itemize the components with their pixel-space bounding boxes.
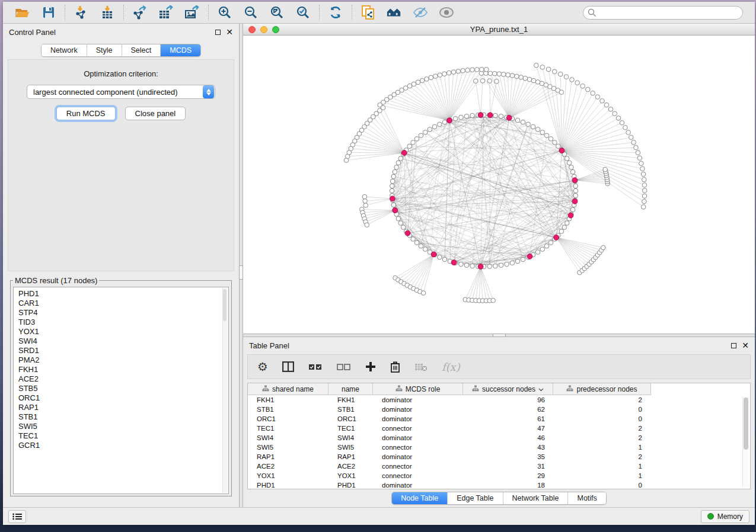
cell-shared-name[interactable]: SWI4 <box>248 433 328 443</box>
table-row[interactable]: ACE2ACE2connector311 <box>248 462 750 471</box>
mcds-result-item[interactable]: ORC1 <box>18 393 228 403</box>
mcds-result-item[interactable]: ACE2 <box>18 374 228 384</box>
cell-predecessor-nodes[interactable]: 2 <box>553 395 650 405</box>
table-settings-gear-icon[interactable]: ⚙ <box>257 361 268 373</box>
cell-name[interactable]: RAP1 <box>328 452 373 462</box>
table-row[interactable]: YOX1YOX1connector291 <box>248 471 750 480</box>
table-row[interactable]: ORC1ORC1dominator610 <box>248 414 750 424</box>
cell-predecessor-nodes[interactable]: 0 <box>553 480 650 489</box>
cell-successor-nodes[interactable]: 35 <box>463 452 553 462</box>
delete-table-icon[interactable] <box>414 363 428 371</box>
mcds-result-item[interactable]: STP4 <box>18 308 228 318</box>
show-columns-icon[interactable] <box>282 361 294 372</box>
show-all-icon[interactable] <box>439 5 454 20</box>
cell-shared-name[interactable]: TEC1 <box>248 424 328 433</box>
tab-edge-table[interactable]: Edge Table <box>447 492 502 504</box>
cell-shared-name[interactable]: FKH1 <box>248 395 328 405</box>
cell-predecessor-nodes[interactable]: 1 <box>553 443 650 452</box>
table-row[interactable]: RAP1RAP1dominator352 <box>248 452 750 462</box>
import-network-icon[interactable] <box>74 5 89 20</box>
table-row[interactable]: PHD1PHD1dominator180 <box>248 480 750 489</box>
import-table-icon[interactable] <box>100 5 115 20</box>
cell-shared-name[interactable]: YOX1 <box>248 471 328 480</box>
optimization-criterion-select[interactable]: largest connected component (undirected) <box>27 85 215 99</box>
cell-successor-nodes[interactable]: 18 <box>463 480 553 489</box>
cell-MCDS-role[interactable]: dominator <box>373 433 463 443</box>
column-header-shared-name[interactable]: shared name <box>248 383 328 395</box>
cell-MCDS-role[interactable]: dominator <box>373 480 463 489</box>
deselect-all-columns-icon[interactable] <box>337 364 351 370</box>
tab-node-table[interactable]: Node Table <box>392 492 447 504</box>
select-all-columns-icon[interactable] <box>308 364 323 370</box>
maximize-window-icon[interactable] <box>272 26 279 33</box>
cell-MCDS-role[interactable]: connector <box>373 424 463 433</box>
column-header-predecessor-nodes[interactable]: predecessor nodes <box>553 383 650 395</box>
cell-MCDS-role[interactable]: connector <box>373 471 463 480</box>
cell-name[interactable]: SWI5 <box>328 443 373 452</box>
table-row[interactable]: STB1STB1dominator620 <box>248 405 750 414</box>
cell-MCDS-role[interactable]: dominator <box>373 414 463 424</box>
refresh-icon[interactable] <box>328 5 343 20</box>
search-input[interactable] <box>583 6 743 20</box>
first-neighbors-icon[interactable] <box>387 5 402 20</box>
cell-MCDS-role[interactable]: dominator <box>373 395 463 405</box>
mcds-result-item[interactable]: CAR1 <box>18 299 228 308</box>
cell-predecessor-nodes[interactable]: 2 <box>553 424 650 433</box>
close-panel-button[interactable]: Close panel <box>125 107 186 120</box>
cell-successor-nodes[interactable]: 31 <box>463 462 553 471</box>
cell-MCDS-role[interactable]: connector <box>373 443 463 452</box>
column-header-successor-nodes[interactable]: successor nodes <box>463 383 553 395</box>
mcds-result-item[interactable]: PMA2 <box>18 355 228 365</box>
cell-name[interactable]: ORC1 <box>328 414 373 424</box>
mcds-result-list[interactable]: PHD1CAR1STP4TID3YOX1SWI4SRD1PMA2FKH1ACE2… <box>13 287 229 494</box>
copy-network-icon[interactable] <box>361 5 376 20</box>
mcds-result-item[interactable]: RAP1 <box>18 403 228 412</box>
tab-style[interactable]: Style <box>87 44 122 56</box>
cell-predecessor-nodes[interactable]: 1 <box>553 471 650 480</box>
export-image-icon[interactable] <box>184 5 200 20</box>
zoom-fit-icon[interactable] <box>269 5 285 20</box>
splitter-handle[interactable] <box>493 334 506 337</box>
mcds-result-item[interactable]: FKH1 <box>18 365 228 374</box>
minimize-window-icon[interactable] <box>260 26 267 33</box>
cell-predecessor-nodes[interactable]: 0 <box>553 414 650 424</box>
cell-name[interactable]: FKH1 <box>328 395 373 405</box>
mcds-result-item[interactable]: TID3 <box>18 318 228 327</box>
horizontal-splitter[interactable] <box>243 334 755 337</box>
cell-successor-nodes[interactable]: 43 <box>463 443 553 452</box>
cell-successor-nodes[interactable]: 29 <box>463 471 553 480</box>
mcds-result-item[interactable]: SWI4 <box>18 336 228 346</box>
table-row[interactable]: FKH1FKH1dominator962 <box>248 395 750 405</box>
cell-shared-name[interactable]: RAP1 <box>248 452 328 462</box>
cell-name[interactable]: ACE2 <box>328 462 373 471</box>
memory-button[interactable]: Memory <box>701 510 749 523</box>
cell-name[interactable]: TEC1 <box>328 424 373 433</box>
mcds-result-item[interactable]: PHD1 <box>18 289 228 299</box>
cell-successor-nodes[interactable]: 96 <box>463 395 553 405</box>
tab-select[interactable]: Select <box>122 44 161 56</box>
column-header-MCDS-role[interactable]: MCDS role <box>373 383 463 395</box>
open-file-icon[interactable] <box>15 5 30 20</box>
export-network-icon[interactable] <box>132 5 148 20</box>
tab-network[interactable]: Network <box>42 44 87 56</box>
tab-mcds[interactable]: MCDS <box>160 44 200 56</box>
cell-predecessor-nodes[interactable]: 2 <box>553 433 650 443</box>
cell-MCDS-role[interactable]: connector <box>373 462 463 471</box>
function-builder-icon[interactable]: f(x) <box>442 361 460 373</box>
add-column-icon[interactable] <box>365 361 376 372</box>
cell-predecessor-nodes[interactable]: 0 <box>553 405 650 414</box>
mcds-result-item[interactable]: SRD1 <box>18 346 228 355</box>
mcds-result-item[interactable]: STB5 <box>18 384 228 393</box>
result-scrollbar[interactable] <box>222 288 228 493</box>
mcds-result-item[interactable]: GCR1 <box>18 441 228 450</box>
cell-MCDS-role[interactable]: dominator <box>373 452 463 462</box>
cell-successor-nodes[interactable]: 47 <box>463 424 553 433</box>
zoom-in-icon[interactable] <box>217 5 232 20</box>
network-canvas[interactable] <box>243 36 754 333</box>
cell-shared-name[interactable]: ORC1 <box>248 414 328 424</box>
close-panel-icon[interactable]: ✕ <box>226 28 233 36</box>
tab-motifs[interactable]: Motifs <box>567 492 605 504</box>
tab-network-table[interactable]: Network Table <box>503 492 568 504</box>
mcds-result-item[interactable]: STB1 <box>18 412 228 422</box>
mcds-result-item[interactable]: SWI5 <box>18 422 228 431</box>
